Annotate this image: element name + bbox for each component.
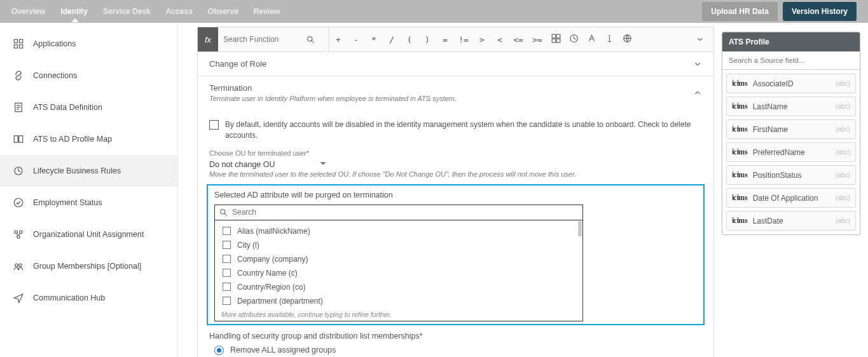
nav-tab-review[interactable]: Review xyxy=(254,7,280,16)
sidebar-item-ats-to-ad-profile-map[interactable]: ATS to AD Profile Map xyxy=(0,123,177,155)
sidebar-item-label: Applications xyxy=(33,39,76,48)
svg-line-22 xyxy=(312,41,313,43)
attribute-checkbox[interactable] xyxy=(223,297,231,305)
operator-button[interactable]: + xyxy=(329,35,347,44)
operator-button[interactable]: - xyxy=(347,35,365,44)
ou-help-text: Move the terminated user to the selected… xyxy=(209,170,702,178)
attribute-row[interactable]: Company (company) xyxy=(215,252,582,266)
source-field-card[interactable]: icimsAssociateID(abc) xyxy=(726,74,856,93)
sidebar-item-communication-hub[interactable]: Communication Hub xyxy=(0,282,177,314)
attribute-label: City (l) xyxy=(237,241,259,250)
svg-rect-1 xyxy=(20,39,23,43)
attribute-row[interactable]: Country Name (c) xyxy=(215,266,582,280)
attribute-checkbox[interactable] xyxy=(223,269,231,277)
accordion-title: Change of Role xyxy=(209,59,266,69)
version-history-button[interactable]: Version History xyxy=(783,2,857,21)
svg-rect-23 xyxy=(552,34,556,38)
text-op-icon[interactable] xyxy=(582,33,600,46)
attribute-row[interactable]: City (l) xyxy=(215,238,582,252)
attribute-row[interactable]: Country/Region (co) xyxy=(215,280,582,294)
chevron-up-icon xyxy=(693,88,702,97)
group-handling-label: Handling of security group and distribut… xyxy=(209,332,702,340)
sidebar-item-applications[interactable]: Applications xyxy=(0,28,177,60)
attribute-label: Country/Region (co) xyxy=(237,283,305,292)
svg-point-13 xyxy=(14,198,23,207)
attribute-checkbox[interactable] xyxy=(223,227,231,235)
clock-op-icon[interactable] xyxy=(565,33,582,46)
svg-rect-3 xyxy=(20,45,23,48)
sidebar-item-label: Communication Hub xyxy=(33,293,105,302)
brand-icon: icims xyxy=(732,79,748,88)
operator-button[interactable]: / xyxy=(383,35,401,44)
brand-icon: icims xyxy=(732,216,748,226)
nav-tab-overview[interactable]: Overview xyxy=(11,7,45,16)
sidebar-item-label: Employment Status xyxy=(33,198,102,207)
svg-point-30 xyxy=(609,35,610,36)
operator-button[interactable]: * xyxy=(365,35,383,44)
source-field-search-input[interactable] xyxy=(722,51,860,70)
field-type: (abc) xyxy=(836,149,850,156)
attribute-label: Country Name (c) xyxy=(237,269,298,278)
operator-button[interactable]: ) xyxy=(418,35,436,44)
brand-icon: icims xyxy=(732,193,748,203)
function-search-input[interactable] xyxy=(223,35,306,44)
attribute-checkbox[interactable] xyxy=(223,283,231,291)
attribute-row[interactable]: Department (department) xyxy=(215,294,582,308)
field-type: (abc) xyxy=(836,103,850,110)
main-content: fx +-*/()=!=><<=>= Change of Role Term xyxy=(178,23,722,357)
right-panel: ATS Profile icimsAssociateID(abc)icimsLa… xyxy=(722,23,868,357)
field-name: LastName xyxy=(753,102,788,111)
chevron-down-icon[interactable] xyxy=(696,35,705,44)
attribute-search-input[interactable] xyxy=(232,208,579,217)
nav-tab-service-desk[interactable]: Service Desk xyxy=(103,7,151,16)
sidebar-item-organizational-unit-assignment[interactable]: Organizational Unit Assignment xyxy=(0,219,177,250)
attribute-row[interactable]: Alias (mailNickName) xyxy=(215,224,582,238)
caret-down-icon xyxy=(320,162,326,168)
nav-tab-observe[interactable]: Observe xyxy=(208,7,238,16)
attribute-checkbox[interactable] xyxy=(223,255,231,263)
map-icon xyxy=(13,133,24,145)
operator-button[interactable]: < xyxy=(491,35,509,44)
sidebar-item-group-memberships-optional-[interactable]: Group Memberships [Optional] xyxy=(0,250,177,282)
sidebar-item-lifecycle-business-rules[interactable]: Lifecycle Business Rules xyxy=(0,155,177,187)
delete-accounts-checkbox[interactable] xyxy=(209,120,219,130)
operator-button[interactable]: > xyxy=(473,35,491,44)
fx-icon: fx xyxy=(198,27,218,51)
attribute-list: Alias (mailNickName)City (l)Company (com… xyxy=(214,220,583,321)
globe-op-icon[interactable] xyxy=(618,33,636,46)
accordion-change-of-role[interactable]: Change of Role xyxy=(198,52,713,76)
svg-line-36 xyxy=(224,213,226,215)
accordion-termination[interactable]: Termination Terminate user in Identity P… xyxy=(198,76,713,109)
group-option-row[interactable]: Remove ALL assigned groups xyxy=(214,346,702,355)
source-field-card[interactable]: icimsFirstName(abc) xyxy=(726,119,856,139)
termination-body: By default, identity accounts will be di… xyxy=(198,109,713,357)
ou-select[interactable]: Do not change OU xyxy=(209,160,326,169)
field-name: Date Of Application xyxy=(753,194,818,203)
nav-tab-identity[interactable]: Identity xyxy=(60,7,88,16)
svg-point-21 xyxy=(308,36,313,41)
source-field-card[interactable]: icimsPositionStatus(abc) xyxy=(726,165,856,185)
sidebar-item-employment-status[interactable]: Employment Status xyxy=(0,187,177,219)
source-field-card[interactable]: icimsLastName(abc) xyxy=(726,97,856,116)
svg-line-17 xyxy=(17,234,18,236)
operator-button[interactable]: >= xyxy=(528,35,547,44)
sidebar-item-label: Group Memberships [Optional] xyxy=(33,262,141,271)
radio-button[interactable] xyxy=(214,346,224,355)
ou-field-label: Choose OU for terminated user* xyxy=(209,149,702,157)
attribute-checkbox[interactable] xyxy=(223,241,231,249)
operator-button[interactable]: = xyxy=(436,35,454,44)
nav-tab-access[interactable]: Access xyxy=(166,7,193,16)
upload-hr-data-button[interactable]: Upload HR Data xyxy=(702,2,778,21)
operator-button[interactable]: != xyxy=(454,35,473,44)
sidebar-item-connections[interactable]: Connections xyxy=(0,60,177,91)
sidebar-item-ats-data-definition[interactable]: ATS Data Definition xyxy=(0,91,177,123)
operator-button[interactable]: ( xyxy=(401,35,418,44)
source-field-card[interactable]: icimsLastDate(abc) xyxy=(726,211,856,231)
grid-op-icon[interactable] xyxy=(547,33,565,46)
info-op-icon[interactable] xyxy=(600,33,618,46)
brand-icon: icims xyxy=(732,170,748,180)
source-field-card[interactable]: icimsPreferredName(abc) xyxy=(726,142,856,162)
source-field-card[interactable]: icimsDate Of Application(abc) xyxy=(726,188,856,208)
scrollbar[interactable] xyxy=(578,221,582,236)
operator-button[interactable]: <= xyxy=(509,35,528,44)
